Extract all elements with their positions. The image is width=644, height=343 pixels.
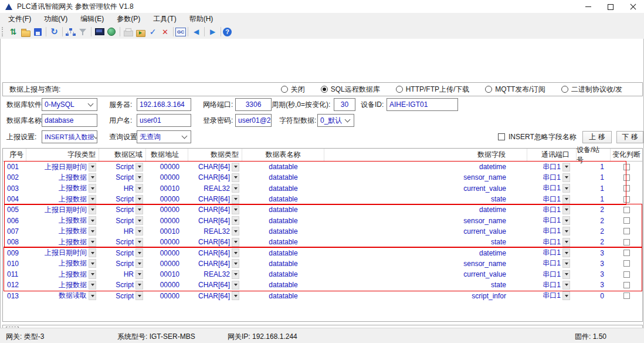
menu-item-1[interactable]: 文件(F): [2, 14, 38, 24]
report-setting-select[interactable]: INSERT插入数据: [42, 130, 97, 143]
insert-ignore-checkbox[interactable]: [498, 133, 505, 140]
forward-icon[interactable]: ▶: [206, 26, 219, 38]
dropdown-icon[interactable]: [89, 259, 96, 268]
dropdown-icon[interactable]: [562, 206, 570, 214]
dropdown-icon[interactable]: [89, 270, 96, 279]
checkbox-icon[interactable]: [623, 271, 630, 278]
dropdown-icon[interactable]: [89, 216, 96, 225]
dropdown-icon[interactable]: [562, 184, 570, 193]
dropdown-icon[interactable]: [135, 259, 143, 268]
net-port-input[interactable]: 3306: [235, 98, 272, 111]
apply-check-icon[interactable]: ✓: [147, 26, 159, 38]
dropdown-icon[interactable]: [135, 173, 143, 182]
password-input[interactable]: user01@20190: [235, 114, 272, 127]
dropdown-icon[interactable]: [232, 227, 239, 236]
report-mode-radio-3[interactable]: HTTP/FTP上传/下载: [396, 85, 470, 95]
print-icon[interactable]: [122, 26, 134, 38]
dropdown-icon[interactable]: [135, 270, 143, 279]
server-input[interactable]: 192.168.3.164: [137, 98, 191, 111]
dropdown-icon[interactable]: [135, 163, 143, 172]
checkbox-icon[interactable]: [623, 239, 630, 246]
dropdown-icon[interactable]: [135, 238, 143, 247]
checkbox-icon[interactable]: [623, 174, 630, 181]
save-icon[interactable]: [32, 26, 44, 38]
dropdown-icon[interactable]: [89, 163, 96, 172]
help-icon[interactable]: ?: [223, 28, 232, 36]
export-icon[interactable]: [134, 26, 147, 38]
dropdown-icon[interactable]: [562, 291, 570, 300]
dropdown-icon[interactable]: [562, 270, 570, 279]
checkbox-icon[interactable]: [623, 250, 630, 256]
dropdown-icon[interactable]: [135, 227, 143, 236]
upload-params-icon[interactable]: ⇅: [7, 26, 19, 38]
dropdown-icon[interactable]: [89, 195, 96, 204]
checkbox-icon[interactable]: [623, 207, 630, 213]
db-software-select[interactable]: 0-MySQL: [42, 98, 97, 111]
dropdown-icon[interactable]: [232, 173, 239, 182]
dropdown-icon[interactable]: [89, 184, 96, 193]
dropdown-icon[interactable]: [89, 291, 96, 300]
db-name-input[interactable]: database: [42, 114, 97, 127]
dropdown-icon[interactable]: [135, 195, 143, 204]
char-type-select[interactable]: 0_默认: [317, 114, 354, 127]
network-globe-icon[interactable]: [106, 26, 118, 38]
dropdown-icon[interactable]: [89, 227, 96, 236]
menu-item-5[interactable]: 工具(T): [147, 14, 182, 24]
dropdown-icon[interactable]: [232, 238, 239, 247]
dropdown-icon[interactable]: [89, 206, 96, 214]
report-mode-radio-4[interactable]: MQTT发布/订阅: [485, 85, 545, 95]
dropdown-icon[interactable]: [89, 281, 96, 290]
checkbox-icon[interactable]: [623, 282, 630, 288]
menu-item-6[interactable]: 帮助(H): [183, 14, 220, 24]
restore-button[interactable]: [599, 0, 622, 13]
open-file-icon[interactable]: [19, 26, 32, 38]
dropdown-icon[interactable]: [232, 281, 239, 290]
checkbox-icon[interactable]: [623, 217, 630, 224]
dropdown-icon[interactable]: [562, 238, 570, 247]
dropdown-icon[interactable]: [89, 248, 96, 257]
dropdown-icon[interactable]: [562, 195, 570, 204]
checkbox-icon[interactable]: [623, 292, 630, 299]
menu-item-3[interactable]: 编辑(E): [74, 14, 110, 24]
user-input[interactable]: user01: [137, 114, 191, 127]
dropdown-icon[interactable]: [232, 195, 239, 204]
checkbox-icon[interactable]: [623, 260, 630, 267]
device-id-input[interactable]: AIHE-IGT01: [387, 98, 458, 111]
dropdown-icon[interactable]: [562, 173, 570, 182]
dropdown-icon[interactable]: [232, 216, 239, 225]
dropdown-icon[interactable]: [562, 227, 570, 236]
dropdown-icon[interactable]: [232, 248, 239, 257]
topology-icon[interactable]: [65, 26, 77, 38]
monitor-icon[interactable]: [93, 26, 106, 38]
dropdown-icon[interactable]: [562, 259, 570, 268]
dropdown-icon[interactable]: [562, 163, 570, 172]
dropdown-icon[interactable]: [232, 163, 239, 172]
cycle-input[interactable]: 30: [334, 98, 355, 111]
report-mode-radio-1[interactable]: 关闭: [281, 85, 305, 95]
dropdown-icon[interactable]: [89, 173, 96, 182]
dropdown-icon[interactable]: [232, 270, 239, 279]
move-down-button[interactable]: 下 移: [616, 131, 643, 143]
dropdown-icon[interactable]: [562, 216, 570, 225]
dropdown-icon[interactable]: [135, 206, 143, 214]
dropdown-icon[interactable]: [135, 281, 143, 290]
dropdown-icon[interactable]: [89, 238, 96, 247]
dropdown-icon[interactable]: [135, 248, 143, 257]
checkbox-icon[interactable]: [623, 185, 630, 191]
dropdown-icon[interactable]: [232, 259, 239, 268]
checkbox-icon[interactable]: [623, 196, 630, 203]
report-mode-radio-2[interactable]: SQL远程数据库: [321, 85, 380, 95]
checkbox-icon[interactable]: [623, 228, 630, 234]
filter-icon[interactable]: [77, 26, 89, 38]
delete-icon[interactable]: ✕: [159, 26, 171, 38]
checkbox-icon[interactable]: [623, 164, 630, 170]
dropdown-icon[interactable]: [232, 184, 239, 193]
dropdown-icon[interactable]: [135, 291, 143, 300]
dropdown-icon[interactable]: [562, 281, 570, 290]
minimize-button[interactable]: [577, 0, 599, 13]
menu-item-4[interactable]: 参数(P): [110, 14, 147, 24]
refresh-icon[interactable]: ↻: [48, 26, 60, 38]
dropdown-icon[interactable]: [232, 291, 239, 300]
query-setting-select[interactable]: 无查询: [137, 130, 191, 143]
gc-icon[interactable]: GC: [175, 28, 186, 36]
